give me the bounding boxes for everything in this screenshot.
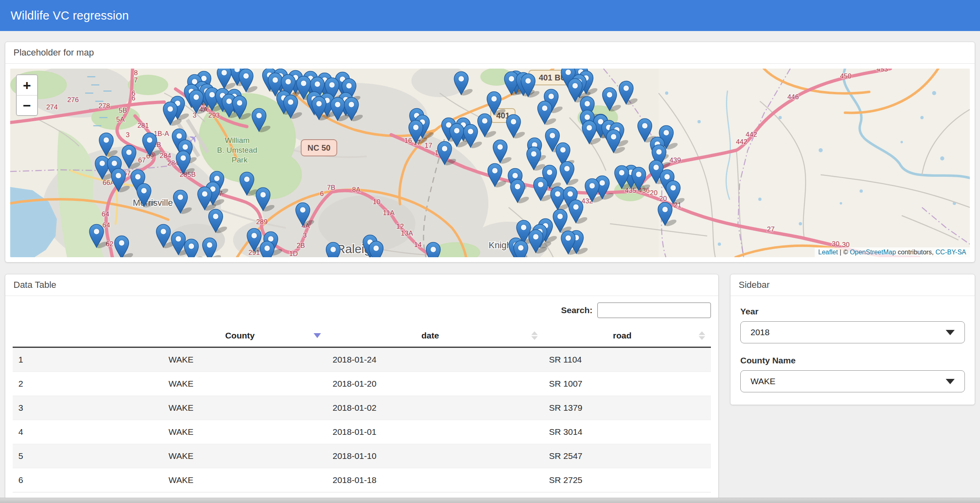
cell-index: 2 — [13, 372, 163, 396]
cell-county: WAKE — [163, 372, 327, 396]
cell-date: 2018-01-10 — [327, 444, 543, 468]
cell-date: 2018-01-02 — [327, 396, 543, 420]
road-number-label: 3 — [303, 231, 307, 239]
table-row[interactable]: 2 WAKE 2018-01-20 SR 1007 — [13, 372, 711, 396]
county-label: County Name — [740, 356, 965, 365]
cell-date: 2018-01-20 — [327, 372, 543, 396]
road-number-label: 5B — [119, 107, 127, 114]
road-number-label: 274 — [46, 103, 58, 111]
shield-nc50: NC 50 — [307, 143, 330, 152]
road-number-label: 8A — [352, 186, 361, 194]
map-zoom-control: + − — [16, 74, 38, 116]
leaflet-map[interactable]: 27427627887665B5A32811B-A1B284284285B287… — [10, 69, 970, 257]
sort-both-icon[interactable] — [531, 332, 538, 340]
search-input[interactable] — [597, 303, 711, 318]
road-number-label: 439 — [669, 156, 681, 164]
zoom-in-button[interactable]: + — [17, 75, 37, 95]
road-number-label: 442 — [736, 138, 747, 146]
map-marker[interactable] — [426, 243, 441, 258]
road-number-label: 64 — [102, 210, 109, 218]
cell-road: SR 2547 — [543, 444, 711, 468]
sidebar-title: Sidebar — [739, 280, 770, 290]
table-row[interactable]: 4 WAKE 2018-01-01 SR 3014 — [13, 420, 711, 444]
map-card: Placeholder for map — [5, 42, 975, 263]
cell-county: WAKE — [163, 396, 327, 420]
records-table: County date road — [13, 325, 711, 492]
county-select[interactable]: WAKE — [740, 370, 965, 392]
leaflet-link[interactable]: Leaflet — [818, 249, 838, 256]
search-label: Search: — [561, 305, 592, 315]
table-row[interactable]: 3 WAKE 2018-01-02 SR 1379 — [13, 396, 711, 420]
column-header-road[interactable]: road — [543, 325, 711, 347]
map-marker[interactable] — [326, 243, 341, 258]
road-number-label: 278 — [98, 102, 110, 110]
column-header-index[interactable] — [13, 325, 163, 347]
data-table-card-header: Data Table — [5, 274, 718, 296]
road-number-label: 30 — [832, 240, 840, 248]
road-number-label: 13A — [401, 229, 414, 237]
license-link[interactable]: CC-BY-SA — [935, 249, 966, 256]
column-header-date[interactable]: date — [327, 325, 543, 347]
road-number-label: 20 — [650, 189, 658, 197]
cell-index: 4 — [13, 420, 163, 444]
road-number-label: 281 — [137, 122, 149, 129]
table-row[interactable]: 5 WAKE 2018-01-10 SR 2547 — [13, 444, 711, 468]
label-park-line2: B. Umstead — [217, 146, 257, 154]
road-number-label: 7B — [327, 184, 336, 191]
cell-date: 2018-01-18 — [327, 468, 543, 492]
horizontal-scrollbar[interactable] — [0, 498, 980, 503]
road-number-label: 293 — [208, 111, 220, 119]
cell-county: WAKE — [163, 347, 327, 372]
cell-index: 1 — [13, 347, 163, 372]
cell-road: SR 1104 — [543, 347, 711, 372]
road-number-label: 6 — [131, 94, 135, 102]
zoom-out-button[interactable]: − — [17, 95, 37, 115]
road-number-label: 289 — [256, 218, 267, 226]
cell-county: WAKE — [163, 444, 327, 468]
road-number-label: 11A — [383, 209, 395, 217]
sort-both-icon[interactable] — [699, 332, 705, 340]
year-select[interactable]: 2018 — [740, 321, 965, 343]
road-number-label: 3 — [126, 131, 129, 139]
year-select-value: 2018 — [751, 327, 770, 337]
road-number-label: 8 — [134, 69, 138, 77]
cell-index: 3 — [13, 396, 163, 420]
label-park-line1: William — [225, 136, 249, 145]
column-header-county[interactable]: County — [163, 325, 327, 347]
cell-road: SR 2725 — [543, 468, 711, 492]
map-card-title: Placeholder for map — [13, 47, 94, 58]
cell-county: WAKE — [163, 468, 327, 492]
road-number-label: 64 — [102, 221, 110, 229]
road-number-label: 17 — [425, 142, 432, 149]
cell-county: WAKE — [163, 420, 327, 444]
top-navbar: Wildlife VC regression — [0, 0, 980, 31]
chevron-down-icon — [946, 330, 955, 335]
road-number-label: 6 — [320, 190, 323, 198]
chevron-down-icon — [946, 379, 955, 384]
road-number-label: 27 — [767, 225, 775, 233]
cell-road: SR 1007 — [543, 372, 711, 396]
map-marker[interactable] — [260, 241, 274, 258]
map-marker[interactable] — [514, 241, 528, 258]
cell-road: SR 1379 — [543, 396, 711, 420]
cell-index: 6 — [13, 468, 163, 492]
map-attribution: Leaflet | © OpenStreetMap contributors, … — [815, 247, 970, 257]
road-number-label: 10 — [373, 198, 381, 206]
table-row[interactable]: 1 WAKE 2018-01-24 SR 1104 — [13, 347, 711, 372]
road-number-label: 14 — [414, 241, 422, 249]
year-label: Year — [740, 307, 965, 316]
osm-link[interactable]: OpenStreetMap — [850, 249, 896, 256]
map-canvas: 27427627887665B5A32811B-A1B284284285B287… — [10, 69, 970, 257]
cell-date: 2018-01-01 — [327, 420, 543, 444]
sidebar-card-header: Sidebar — [731, 274, 975, 296]
table-row[interactable]: 6 WAKE 2018-01-18 SR 2725 — [13, 468, 711, 492]
road-number-label: 446 — [787, 93, 799, 101]
sort-desc-icon[interactable] — [314, 333, 321, 338]
data-table-title: Data Table — [13, 280, 56, 290]
road-number-label: 16 — [404, 137, 412, 145]
cell-road: SR 3014 — [543, 420, 711, 444]
map-marker[interactable] — [369, 241, 383, 258]
road-number-label: 7 — [134, 76, 138, 84]
county-select-value: WAKE — [751, 376, 775, 386]
label-park-line3: Park — [232, 156, 247, 164]
